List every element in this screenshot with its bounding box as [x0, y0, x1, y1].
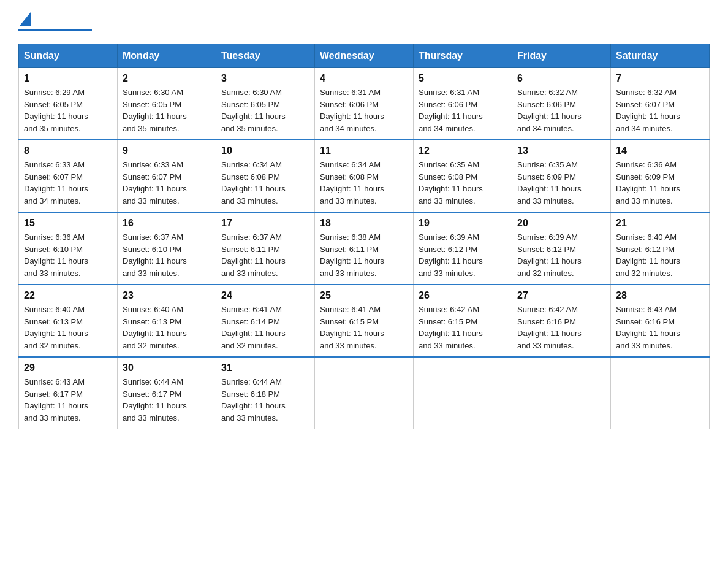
day-number: 27	[517, 290, 605, 301]
col-header-monday: Monday	[118, 44, 216, 68]
calendar-cell: 7 Sunrise: 6:32 AMSunset: 6:07 PMDayligh…	[611, 68, 710, 140]
day-number: 19	[419, 218, 507, 229]
logo-triangle-icon	[20, 12, 31, 26]
calendar-cell: 4 Sunrise: 6:31 AMSunset: 6:06 PMDayligh…	[315, 68, 414, 140]
calendar-week-4: 22 Sunrise: 6:40 AMSunset: 6:13 PMDaylig…	[19, 285, 710, 357]
calendar-cell: 31 Sunrise: 6:44 AMSunset: 6:18 PMDaylig…	[216, 357, 315, 429]
day-number: 9	[123, 145, 211, 156]
day-info: Sunrise: 6:40 AMSunset: 6:12 PMDaylight:…	[616, 231, 704, 279]
day-number: 4	[320, 73, 408, 84]
calendar-cell: 15 Sunrise: 6:36 AMSunset: 6:10 PMDaylig…	[19, 212, 118, 285]
calendar-cell: 27 Sunrise: 6:42 AMSunset: 6:16 PMDaylig…	[512, 285, 611, 357]
calendar-cell: 16 Sunrise: 6:37 AMSunset: 6:10 PMDaylig…	[118, 212, 216, 285]
day-number: 25	[320, 290, 408, 301]
calendar-cell: 20 Sunrise: 6:39 AMSunset: 6:12 PMDaylig…	[512, 212, 611, 285]
calendar-cell: 22 Sunrise: 6:40 AMSunset: 6:13 PMDaylig…	[19, 285, 118, 357]
day-number: 5	[419, 73, 507, 84]
calendar-cell: 13 Sunrise: 6:35 AMSunset: 6:09 PMDaylig…	[512, 140, 611, 212]
day-info: Sunrise: 6:33 AMSunset: 6:07 PMDaylight:…	[24, 159, 112, 207]
calendar-week-1: 1 Sunrise: 6:29 AMSunset: 6:05 PMDayligh…	[19, 68, 710, 140]
day-number: 24	[221, 290, 309, 301]
calendar-cell: 24 Sunrise: 6:41 AMSunset: 6:14 PMDaylig…	[216, 285, 315, 357]
day-info: Sunrise: 6:41 AMSunset: 6:15 PMDaylight:…	[320, 304, 408, 351]
day-number: 11	[320, 145, 408, 156]
day-info: Sunrise: 6:37 AMSunset: 6:10 PMDaylight:…	[123, 231, 211, 279]
day-number: 22	[24, 290, 112, 301]
calendar-cell: 29 Sunrise: 6:43 AMSunset: 6:17 PMDaylig…	[19, 357, 118, 429]
calendar-header-row: SundayMondayTuesdayWednesdayThursdayFrid…	[19, 44, 710, 68]
calendar-cell: 12 Sunrise: 6:35 AMSunset: 6:08 PMDaylig…	[414, 140, 512, 212]
day-info: Sunrise: 6:29 AMSunset: 6:05 PMDaylight:…	[24, 86, 112, 134]
day-info: Sunrise: 6:34 AMSunset: 6:08 PMDaylight:…	[221, 159, 309, 207]
calendar-cell: 18 Sunrise: 6:38 AMSunset: 6:11 PMDaylig…	[315, 212, 414, 285]
calendar-cell: 25 Sunrise: 6:41 AMSunset: 6:15 PMDaylig…	[315, 285, 414, 357]
col-header-sunday: Sunday	[19, 44, 118, 68]
col-header-friday: Friday	[512, 44, 611, 68]
day-info: Sunrise: 6:39 AMSunset: 6:12 PMDaylight:…	[517, 231, 605, 279]
day-number: 30	[123, 362, 211, 373]
calendar-cell: 3 Sunrise: 6:30 AMSunset: 6:05 PMDayligh…	[216, 68, 315, 140]
col-header-tuesday: Tuesday	[216, 44, 315, 68]
day-info: Sunrise: 6:30 AMSunset: 6:05 PMDaylight:…	[123, 86, 211, 134]
day-info: Sunrise: 6:41 AMSunset: 6:14 PMDaylight:…	[221, 304, 309, 351]
day-info: Sunrise: 6:38 AMSunset: 6:11 PMDaylight:…	[320, 231, 408, 279]
svg-marker-0	[20, 12, 31, 26]
calendar-week-2: 8 Sunrise: 6:33 AMSunset: 6:07 PMDayligh…	[19, 140, 710, 212]
day-number: 17	[221, 218, 309, 229]
day-info: Sunrise: 6:39 AMSunset: 6:12 PMDaylight:…	[419, 231, 507, 279]
day-number: 18	[320, 218, 408, 229]
calendar-cell: 17 Sunrise: 6:37 AMSunset: 6:11 PMDaylig…	[216, 212, 315, 285]
day-info: Sunrise: 6:42 AMSunset: 6:15 PMDaylight:…	[419, 304, 507, 351]
day-number: 15	[24, 218, 112, 229]
day-number: 10	[221, 145, 309, 156]
day-number: 12	[419, 145, 507, 156]
day-number: 6	[517, 73, 605, 84]
day-number: 31	[221, 362, 309, 373]
calendar-table: SundayMondayTuesdayWednesdayThursdayFrid…	[18, 44, 710, 429]
day-number: 29	[24, 362, 112, 373]
day-number: 21	[616, 218, 704, 229]
calendar-cell	[414, 357, 512, 429]
logo-underline	[18, 29, 92, 31]
calendar-cell: 5 Sunrise: 6:31 AMSunset: 6:06 PMDayligh…	[414, 68, 512, 140]
calendar-cell: 23 Sunrise: 6:40 AMSunset: 6:13 PMDaylig…	[118, 285, 216, 357]
day-number: 1	[24, 73, 112, 84]
day-info: Sunrise: 6:33 AMSunset: 6:07 PMDaylight:…	[123, 159, 211, 207]
calendar-cell: 30 Sunrise: 6:44 AMSunset: 6:17 PMDaylig…	[118, 357, 216, 429]
day-info: Sunrise: 6:32 AMSunset: 6:07 PMDaylight:…	[616, 86, 704, 134]
calendar-cell: 1 Sunrise: 6:29 AMSunset: 6:05 PMDayligh…	[19, 68, 118, 140]
day-number: 26	[419, 290, 507, 301]
day-number: 28	[616, 290, 704, 301]
day-number: 20	[517, 218, 605, 229]
calendar-cell: 21 Sunrise: 6:40 AMSunset: 6:12 PMDaylig…	[611, 212, 710, 285]
day-info: Sunrise: 6:40 AMSunset: 6:13 PMDaylight:…	[24, 304, 112, 351]
day-number: 2	[123, 73, 211, 84]
day-info: Sunrise: 6:35 AMSunset: 6:08 PMDaylight:…	[419, 159, 507, 207]
day-number: 13	[517, 145, 605, 156]
calendar-cell: 2 Sunrise: 6:30 AMSunset: 6:05 PMDayligh…	[118, 68, 216, 140]
calendar-cell	[611, 357, 710, 429]
page-header	[18, 12, 710, 31]
day-number: 14	[616, 145, 704, 156]
day-info: Sunrise: 6:35 AMSunset: 6:09 PMDaylight:…	[517, 159, 605, 207]
calendar-cell	[512, 357, 611, 429]
calendar-cell: 9 Sunrise: 6:33 AMSunset: 6:07 PMDayligh…	[118, 140, 216, 212]
day-info: Sunrise: 6:40 AMSunset: 6:13 PMDaylight:…	[123, 304, 211, 351]
calendar-cell: 11 Sunrise: 6:34 AMSunset: 6:08 PMDaylig…	[315, 140, 414, 212]
day-info: Sunrise: 6:34 AMSunset: 6:08 PMDaylight:…	[320, 159, 408, 207]
calendar-cell: 10 Sunrise: 6:34 AMSunset: 6:08 PMDaylig…	[216, 140, 315, 212]
day-info: Sunrise: 6:43 AMSunset: 6:16 PMDaylight:…	[616, 304, 704, 351]
day-info: Sunrise: 6:44 AMSunset: 6:18 PMDaylight:…	[221, 376, 309, 424]
day-info: Sunrise: 6:31 AMSunset: 6:06 PMDaylight:…	[320, 86, 408, 134]
day-info: Sunrise: 6:36 AMSunset: 6:10 PMDaylight:…	[24, 231, 112, 279]
day-info: Sunrise: 6:42 AMSunset: 6:16 PMDaylight:…	[517, 304, 605, 351]
calendar-cell	[315, 357, 414, 429]
day-info: Sunrise: 6:43 AMSunset: 6:17 PMDaylight:…	[24, 376, 112, 424]
day-info: Sunrise: 6:37 AMSunset: 6:11 PMDaylight:…	[221, 231, 309, 279]
calendar-cell: 26 Sunrise: 6:42 AMSunset: 6:15 PMDaylig…	[414, 285, 512, 357]
calendar-cell: 8 Sunrise: 6:33 AMSunset: 6:07 PMDayligh…	[19, 140, 118, 212]
day-number: 23	[123, 290, 211, 301]
day-number: 7	[616, 73, 704, 84]
day-number: 16	[123, 218, 211, 229]
logo	[18, 12, 92, 31]
